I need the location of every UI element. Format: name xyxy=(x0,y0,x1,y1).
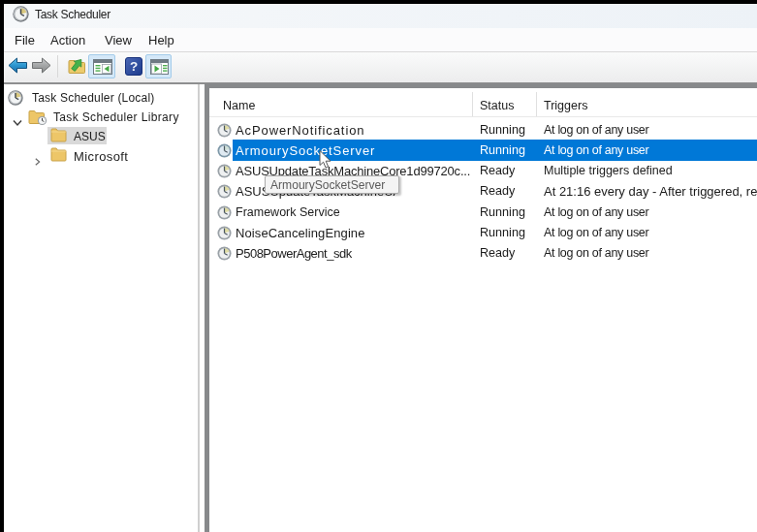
svg-text:?: ? xyxy=(130,59,138,74)
